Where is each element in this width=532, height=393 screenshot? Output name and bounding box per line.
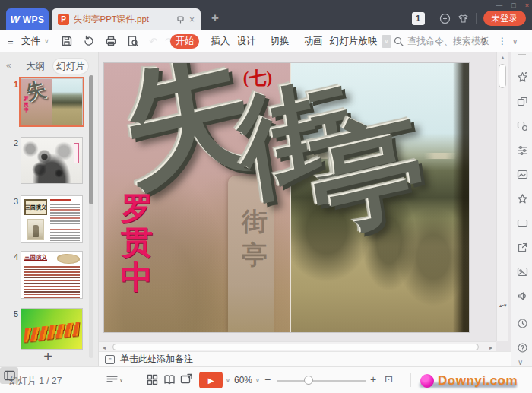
collapse-ribbon-icon[interactable]: ∨	[512, 30, 518, 52]
image-edit-icon[interactable]	[517, 169, 528, 180]
add-slide-button[interactable]: +	[38, 350, 58, 364]
tab-slides[interactable]: 幻灯片	[53, 59, 88, 74]
author-char: 罗	[121, 191, 156, 225]
share-icon[interactable]	[517, 242, 528, 253]
right-tool-panel: ∨	[511, 52, 532, 366]
zoom-slider-thumb[interactable]	[304, 376, 313, 385]
close-tab-icon[interactable]: ×	[189, 14, 195, 25]
undo-icon[interactable]: ↶	[149, 36, 157, 47]
zoom-in-button[interactable]: +	[370, 373, 376, 385]
zoom-caret-icon[interactable]: ∨	[255, 377, 260, 384]
vertical-scrollbar[interactable]: ▲ ▴•▾	[496, 52, 508, 341]
pin-tab-icon[interactable]	[176, 13, 185, 27]
notes-icon: ≡	[105, 355, 115, 364]
picture-icon[interactable]	[517, 266, 528, 277]
more-icon[interactable]: ⋮	[498, 30, 507, 52]
message-count-badge[interactable]: 1	[412, 12, 425, 25]
vertical-scrollbar-thumb[interactable]	[499, 64, 506, 88]
ribbon-tab-insert[interactable]: 插入	[207, 30, 234, 52]
thumb3-figure-image	[27, 219, 44, 240]
document-tab[interactable]: P 失街亭PPT课件.ppt ×	[52, 8, 201, 30]
previous-next-slide-buttons[interactable]: ▴•▾	[499, 302, 506, 310]
sidebar-scrollbar-thumb[interactable]	[89, 75, 93, 204]
zoom-level[interactable]: 60%	[234, 375, 252, 385]
divider	[476, 13, 477, 24]
sound-icon[interactable]	[517, 290, 528, 302]
view-slide-sorter-button[interactable]	[147, 374, 158, 388]
history-icon[interactable]	[517, 318, 528, 329]
close-button[interactable]: ×	[525, 0, 529, 11]
window-controls: — □ ×	[496, 0, 529, 11]
notes-placeholder[interactable]: 单击此处添加备注	[120, 353, 193, 366]
panel-help-icon[interactable]	[517, 342, 528, 353]
print-button[interactable]	[105, 35, 117, 47]
menu-icon[interactable]: ≡	[8, 30, 14, 52]
play-options-caret-icon[interactable]: ∨	[226, 377, 230, 384]
save-button[interactable]	[61, 35, 73, 47]
sidebar-scrollbar[interactable]	[89, 75, 93, 358]
notes-toggle-caret-icon[interactable]: ∨	[119, 377, 123, 383]
skin-theme-icon[interactable]	[458, 13, 469, 24]
wps-presentation-window: — □ × W WPS P 失街亭PPT课件.ppt × + 1	[0, 0, 532, 393]
slide-thumbnail-3[interactable]: 三国演义	[21, 195, 83, 243]
textbox-icon[interactable]	[517, 217, 528, 229]
view-reading-button[interactable]	[163, 374, 176, 388]
wps-home-tab[interactable]: W WPS	[6, 8, 49, 30]
titlebar-right-cluster: 1 未登录	[412, 10, 527, 27]
slide-number: 5	[8, 309, 18, 319]
login-button[interactable]: 未登录	[483, 11, 527, 26]
notes-bar[interactable]: ≡ 单击此处添加备注	[99, 351, 511, 366]
slideshow-play-button[interactable]: ▶	[199, 372, 223, 388]
export-button[interactable]	[83, 35, 95, 47]
zoom-out-button[interactable]: −	[264, 373, 271, 385]
ribbon-tab-slideshow[interactable]: 幻灯片放映	[327, 30, 380, 52]
stele-inscription: 街亭	[242, 204, 268, 271]
thumb3-scroll-title: 三国演义	[25, 204, 46, 211]
slide-thumbnail-4[interactable]: 三国演义	[21, 251, 83, 299]
file-menu[interactable]: 文件	[21, 30, 40, 52]
scroll-up-icon[interactable]: ▲	[500, 55, 505, 60]
notes-toggle-icon[interactable]	[106, 372, 119, 388]
insert-shape-icon[interactable]	[517, 120, 528, 132]
favorite-star-icon[interactable]	[517, 193, 528, 204]
slide-thumbnail-2[interactable]	[21, 137, 83, 184]
slide-panel: « 大纲 幻灯片 1 失 罗贯中 2 3 三国演义	[0, 52, 99, 366]
ribbon-tab-design[interactable]: 设计	[233, 30, 260, 52]
horizontal-scrollbar-thumb[interactable]	[112, 344, 479, 350]
print-preview-button[interactable]	[127, 35, 139, 47]
scroll-right-icon[interactable]: ▸	[489, 344, 492, 351]
slide-canvas[interactable]: 街亭 (七) 失 街 亭 罗 贯 中	[104, 63, 469, 332]
horizontal-scrollbar[interactable]: ◂ ▸	[99, 341, 496, 351]
file-caret-icon[interactable]: ∨	[44, 30, 49, 52]
document-title: 失街亭PPT课件.ppt	[74, 14, 172, 25]
adjust-settings-icon[interactable]	[517, 144, 528, 156]
new-tab-button[interactable]: +	[211, 11, 219, 26]
shapes-icon[interactable]	[517, 96, 528, 107]
panel-handle[interactable]	[518, 54, 526, 55]
slideshow-dropdown-icon[interactable]: ∨	[382, 35, 391, 48]
title-char-3[interactable]: 亭	[303, 106, 432, 244]
slide-thumbnail-1[interactable]: 失 罗贯中	[21, 78, 83, 125]
slide-thumbnail-5[interactable]	[21, 308, 83, 350]
author-text[interactable]: 罗 贯 中	[121, 191, 156, 294]
titlebar: — □ × W WPS P 失街亭PPT课件.ppt × + 1	[0, 0, 532, 30]
thumb3-figure	[33, 225, 39, 237]
promotion-icon[interactable]	[439, 13, 451, 24]
tab-outline[interactable]: 大纲	[26, 60, 45, 73]
command-search[interactable]: 查找命令、搜索模板	[394, 30, 489, 52]
zoom-slider-track[interactable]	[277, 380, 366, 382]
smart-beautify-icon[interactable]	[517, 71, 528, 83]
minimize-button[interactable]: —	[496, 0, 502, 11]
scroll-left-icon[interactable]: ◂	[103, 344, 106, 351]
panel-collapse-icon[interactable]: ∨	[518, 358, 523, 366]
ribbon-tab-animation[interactable]: 动画	[299, 30, 327, 52]
help-icon[interactable]: ?	[481, 30, 486, 52]
ribbon-bar: ≡ 文件 ∨ ↶ ↷ ∨ 开始 插入 设计 切换 动画 幻灯片放映	[0, 30, 532, 52]
view-projector-button[interactable]	[180, 373, 193, 388]
ribbon-tab-transitions[interactable]: 切换	[266, 30, 293, 52]
maximize-button[interactable]: □	[511, 0, 515, 11]
fit-to-window-icon[interactable]: ⊡	[385, 373, 393, 385]
search-placeholder: 查找命令、搜索模板	[407, 35, 489, 48]
collapse-panel-icon[interactable]: «	[6, 60, 11, 71]
ribbon-tab-home[interactable]: 开始	[170, 34, 199, 49]
